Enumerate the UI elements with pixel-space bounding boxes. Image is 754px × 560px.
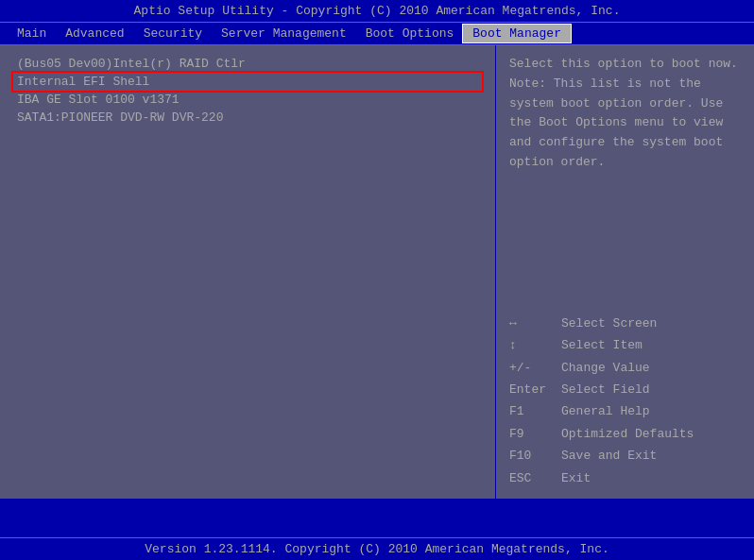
- key-label: F1: [509, 400, 561, 422]
- key-desc: Change Value: [561, 357, 650, 379]
- key-label: ↕: [509, 334, 561, 356]
- title-bar: Aptio Setup Utility - Copyright (C) 2010…: [0, 0, 754, 22]
- menu-item-advanced[interactable]: Advanced: [56, 25, 133, 42]
- key-desc: Select Field: [561, 379, 650, 400]
- key-binding-row: EnterSelect Field: [509, 379, 741, 400]
- boot-item[interactable]: IBA GE Slot 0100 v1371: [13, 91, 482, 109]
- footer-text: Version 1.23.1114. Copyright (C) 2010 Am…: [145, 542, 608, 556]
- key-desc: Select Screen: [561, 313, 657, 334]
- key-label: ↔: [509, 313, 561, 334]
- key-label: +/-: [509, 357, 561, 379]
- key-desc: Exit: [561, 467, 591, 489]
- boot-item[interactable]: SATA1:PIONEER DVD-RW DVR-220: [13, 109, 482, 127]
- menu-item-server-management[interactable]: Server Management: [212, 25, 356, 42]
- menu-bar: MainAdvancedSecurityServer ManagementBoo…: [0, 22, 754, 45]
- key-label: Enter: [509, 379, 561, 400]
- key-help: ↔Select Screen↕Select Item+/-Change Valu…: [509, 313, 741, 489]
- key-desc: Select Item: [561, 334, 643, 356]
- key-binding-row: F10Save and Exit: [509, 445, 741, 467]
- help-text: Select this option to boot now. Note: Th…: [509, 55, 741, 173]
- key-binding-row: ESCExit: [509, 467, 741, 489]
- menu-item-main[interactable]: Main: [8, 25, 56, 42]
- key-desc: General Help: [561, 400, 650, 422]
- boot-item[interactable]: (Bus05 Dev00)Intel(r) RAID Ctlr: [13, 55, 482, 73]
- key-binding-row: ↔Select Screen: [509, 313, 741, 334]
- main-content: (Bus05 Dev00)Intel(r) RAID CtlrInternal …: [0, 45, 754, 499]
- key-binding-row: F9Optimized Defaults: [509, 423, 741, 445]
- key-binding-row: +/-Change Value: [509, 357, 741, 379]
- footer: Version 1.23.1114. Copyright (C) 2010 Am…: [0, 537, 754, 560]
- menu-item-boot-options[interactable]: Boot Options: [356, 25, 464, 42]
- key-binding-row: F1General Help: [509, 400, 741, 422]
- key-label: ESC: [509, 467, 561, 489]
- menu-item-boot-manager[interactable]: Boot Manager: [463, 25, 571, 42]
- menu-item-security[interactable]: Security: [134, 25, 212, 42]
- key-desc: Save and Exit: [561, 445, 657, 467]
- key-label: F10: [509, 445, 561, 467]
- key-label: F9: [509, 423, 561, 445]
- key-binding-row: ↕Select Item: [509, 334, 741, 356]
- boot-item[interactable]: Internal EFI Shell: [13, 73, 482, 91]
- title-text: Aptio Setup Utility - Copyright (C) 2010…: [134, 4, 621, 18]
- left-panel: (Bus05 Dev00)Intel(r) RAID CtlrInternal …: [0, 45, 496, 499]
- right-panel: Select this option to boot now. Note: Th…: [496, 45, 754, 499]
- key-desc: Optimized Defaults: [561, 423, 694, 445]
